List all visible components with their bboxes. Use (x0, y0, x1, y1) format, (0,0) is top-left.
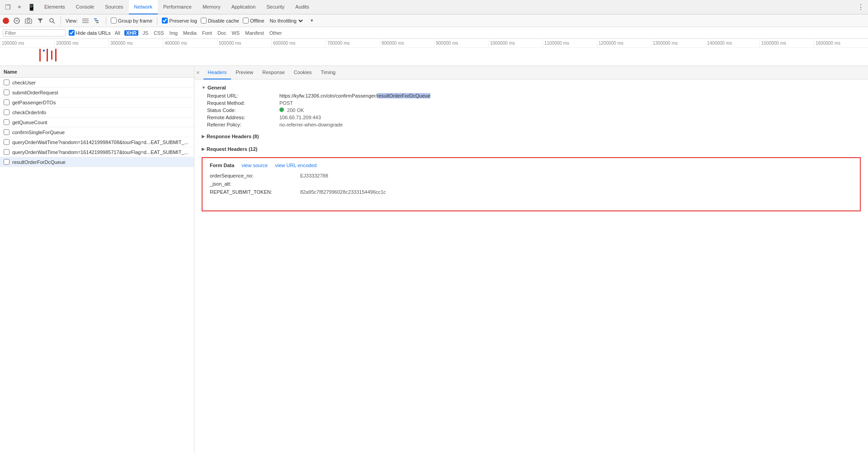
filter-input[interactable] (3, 29, 66, 37)
more-options-icon[interactable]: ⋮ (857, 3, 864, 11)
status-indicator (279, 107, 284, 112)
top-tab-bar: ❐ ⌖ 📱 Elements Console Sources Network P… (0, 0, 868, 14)
request-checkbox[interactable] (4, 109, 9, 115)
timeline-tick: 900000 ms (434, 39, 488, 47)
request-url-label: Request URL: (207, 93, 279, 98)
preserve-log-checkbox[interactable]: Preserve log (162, 18, 197, 23)
filter-css[interactable]: CSS (152, 30, 165, 36)
filter-ws[interactable]: WS (230, 30, 241, 36)
request-checkbox[interactable] (4, 139, 9, 145)
view-label: View: (66, 18, 78, 23)
svg-line-5 (53, 22, 55, 23)
filter-button[interactable] (36, 17, 44, 25)
hide-data-urls-checkbox[interactable]: Hide data URLs (69, 30, 111, 36)
mobile-icon[interactable]: 📱 (27, 3, 35, 11)
tab-console[interactable]: Console (71, 0, 99, 14)
request-checkbox[interactable] (4, 129, 9, 135)
waterfall-view-button[interactable] (93, 17, 101, 25)
timeline-tick: 1000000 ms (488, 39, 542, 47)
request-checkbox[interactable] (4, 79, 9, 85)
filter-doc[interactable]: Doc (216, 30, 228, 36)
request-row[interactable]: getQueueCount (0, 117, 194, 127)
request-row[interactable]: queryOrderWaitTime?random=16142199985717… (0, 147, 194, 157)
tab-preview[interactable]: Preview (231, 66, 258, 79)
url-highlight: resultOrderForDcQueue (377, 93, 430, 98)
svg-point-4 (50, 19, 53, 22)
request-row[interactable]: submitOrderRequest (0, 88, 194, 98)
stop-button[interactable] (13, 17, 21, 25)
view-source-link[interactable]: view source (241, 163, 268, 168)
referrer-policy-row: Referrer Policy: no-referrer-when-downgr… (207, 121, 861, 128)
throttling-dropdown-icon[interactable]: ▾ (308, 17, 316, 25)
list-view-button[interactable] (81, 17, 90, 25)
view-url-encoded-link[interactable]: view URL encoded (275, 163, 316, 168)
devtools-icon-group: ❐ ⌖ 📱 (4, 3, 35, 11)
response-headers-section-header[interactable]: Response Headers (8) (202, 132, 861, 141)
form-data-title: Form Data (210, 163, 234, 168)
request-checkbox[interactable] (4, 159, 9, 165)
separator-2 (106, 17, 106, 25)
offline-checkbox[interactable]: Offline (243, 18, 264, 23)
filter-manifest[interactable]: Manifest (244, 30, 265, 36)
request-row[interactable]: checkOrderInfo (0, 107, 194, 117)
tab-network[interactable]: Network (129, 0, 158, 14)
tab-memory[interactable]: Memory (197, 0, 226, 14)
tab-cookies[interactable]: Cookies (289, 66, 316, 79)
general-section-header[interactable]: General (202, 83, 861, 92)
tab-audits[interactable]: Audits (290, 0, 315, 14)
request-method-label: Request Method: (207, 100, 279, 106)
request-checkbox[interactable] (4, 99, 9, 105)
record-button[interactable] (3, 18, 9, 24)
request-url-value[interactable]: https://kyfw.12306.cn/otn/confirmPasseng… (279, 93, 430, 98)
filter-all[interactable]: All (113, 30, 122, 36)
svg-rect-10 (95, 20, 99, 21)
timeline-tick: 600000 ms (271, 39, 326, 47)
filter-js[interactable]: JS (141, 30, 150, 36)
group-by-frame-checkbox[interactable]: Group by frame (111, 18, 152, 23)
request-headers-section-header[interactable]: Request Headers (12) (202, 145, 861, 154)
tab-headers[interactable]: Headers (203, 66, 231, 79)
search-button[interactable] (48, 17, 56, 25)
timeline-tick: 100000 ms (0, 39, 54, 47)
request-checkbox[interactable] (4, 149, 9, 155)
request-name: getQueueCount (12, 120, 47, 125)
status-code-label: Status Code: (207, 107, 279, 113)
tab-application[interactable]: Application (226, 0, 261, 14)
request-name: resultOrderForDcQueue (12, 159, 66, 165)
filter-media[interactable]: Media (182, 30, 198, 36)
throttling-select[interactable]: No throttling (268, 18, 304, 24)
tab-security[interactable]: Security (261, 0, 290, 14)
tab-timing[interactable]: Timing (316, 66, 340, 79)
request-name: queryOrderWaitTime?random=16142199984708… (12, 140, 189, 145)
request-checkbox[interactable] (4, 119, 9, 125)
request-row[interactable]: getPassengerDTOs (0, 98, 194, 107)
tab-sources[interactable]: Sources (99, 0, 128, 14)
request-row[interactable]: confirmSingleForQueue (0, 127, 194, 137)
order-sequence-key: orderSequence_no: (210, 173, 300, 178)
tab-performance[interactable]: Performance (158, 0, 197, 14)
disable-cache-checkbox[interactable]: Disable cache (201, 18, 239, 23)
cursor-icon[interactable]: ⌖ (15, 3, 24, 11)
request-row-selected[interactable]: resultOrderForDcQueue (0, 157, 194, 167)
tab-response[interactable]: Response (258, 66, 289, 79)
timeline-tick: 400000 ms (163, 39, 217, 47)
request-list-header: Name (0, 66, 194, 78)
request-row[interactable]: queryOrderWaitTime?random=16142199984708… (0, 137, 194, 147)
remote-address-value: 106.60.71.209:443 (279, 115, 321, 120)
filter-img[interactable]: Img (168, 30, 179, 36)
dock-icon[interactable]: ❐ (4, 3, 12, 11)
filter-xhr[interactable]: XHR (124, 30, 138, 36)
timeline-bars (0, 48, 868, 66)
order-sequence-value: EJ33332788 (300, 173, 328, 178)
timeline-ruler: 100000 ms200000 ms300000 ms400000 ms5000… (0, 39, 868, 48)
camera-button[interactable] (24, 17, 33, 25)
filter-other[interactable]: Other (268, 30, 283, 36)
request-row[interactable]: checkUser (0, 78, 194, 88)
status-text: OK (297, 107, 304, 113)
close-detail-button[interactable]: × (196, 69, 200, 76)
timeline-tick: 800000 ms (380, 39, 434, 47)
svg-rect-9 (94, 19, 97, 19)
filter-font[interactable]: Font (201, 30, 213, 36)
request-checkbox[interactable] (4, 89, 9, 95)
tab-elements[interactable]: Elements (39, 0, 71, 14)
